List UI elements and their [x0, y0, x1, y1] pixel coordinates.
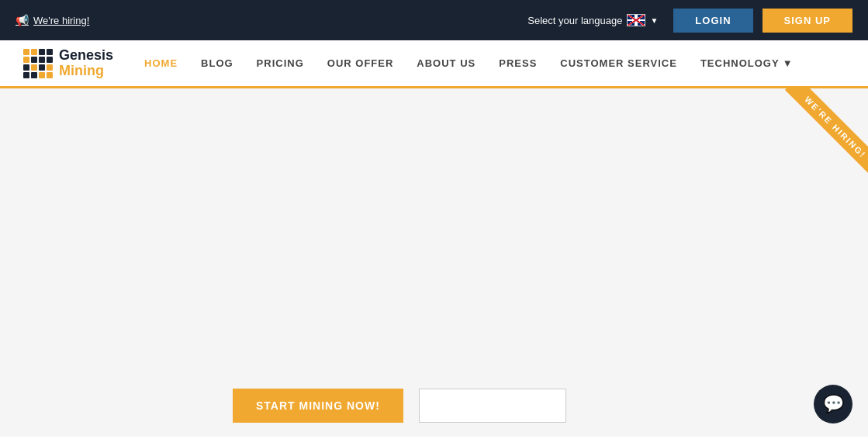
logo-dot [31, 72, 37, 78]
start-mining-button[interactable]: START MINING NOW! [233, 389, 403, 423]
hiring-link[interactable]: 📢 We're hiring! [16, 14, 89, 26]
logo-dot [47, 49, 53, 55]
logo-dot [47, 64, 53, 71]
logo-dot [23, 72, 29, 78]
nav-items: HOME BLOG PRICING OUR OFFER ABOUT US PRE… [144, 57, 793, 69]
nav-item-customer-service[interactable]: CUSTOMER SERVICE [560, 57, 677, 69]
logo-grid [23, 49, 53, 78]
language-selector[interactable]: Select your language ▼ [527, 14, 658, 26]
chat-button[interactable]: 💬 [814, 385, 852, 423]
login-button[interactable]: LOGIN [673, 9, 752, 33]
logo-dot [23, 49, 29, 55]
logo-dot [39, 49, 45, 55]
top-bar: 📢 We're hiring! Select your language ▼ L… [0, 0, 868, 40]
logo-text: Genesis Mining [59, 48, 113, 79]
nav-item-press[interactable]: PRESS [499, 57, 537, 69]
hero-section: WE'RE HIRING! START MINING NOW! [0, 88, 868, 437]
signup-button[interactable]: SIGN UP [763, 9, 852, 33]
cta-area: START MINING NOW! [0, 375, 868, 437]
logo-dot [47, 72, 53, 78]
logo-dot [39, 57, 45, 63]
nav-item-pricing[interactable]: PRICING [257, 57, 304, 69]
nav-item-technology[interactable]: TECHNOLOGY ▼ [700, 57, 794, 69]
search-input[interactable] [419, 389, 566, 423]
logo-dot [39, 64, 45, 71]
logo-dot [31, 49, 37, 55]
nav-item-our-offer[interactable]: OUR OFFER [327, 57, 394, 69]
language-dropdown-arrow[interactable]: ▼ [650, 16, 658, 25]
chat-icon: 💬 [823, 394, 844, 414]
logo-dot [23, 64, 29, 71]
logo-genesis: Genesis [59, 48, 113, 64]
nav-bar: Genesis Mining HOME BLOG PRICING OUR OFF… [0, 40, 868, 88]
corner-ribbon-text: WE'RE HIRING! [785, 88, 868, 178]
megaphone-icon: 📢 [16, 14, 29, 26]
logo-dot [23, 57, 29, 63]
corner-ribbon[interactable]: WE'RE HIRING! [744, 88, 868, 213]
hiring-text: We're hiring! [33, 15, 89, 26]
nav-item-about-us[interactable]: ABOUT US [417, 57, 475, 69]
language-label: Select your language [527, 15, 622, 26]
logo-dot [31, 57, 37, 63]
nav-item-blog[interactable]: BLOG [201, 57, 233, 69]
logo-dot [47, 57, 53, 63]
logo-mining: Mining [59, 64, 113, 79]
logo[interactable]: Genesis Mining [23, 48, 113, 79]
nav-item-home[interactable]: HOME [144, 57, 178, 69]
logo-dot [39, 72, 45, 78]
logo-dot [31, 64, 37, 71]
flag-icon [627, 14, 645, 26]
technology-dropdown-arrow: ▼ [783, 57, 794, 69]
